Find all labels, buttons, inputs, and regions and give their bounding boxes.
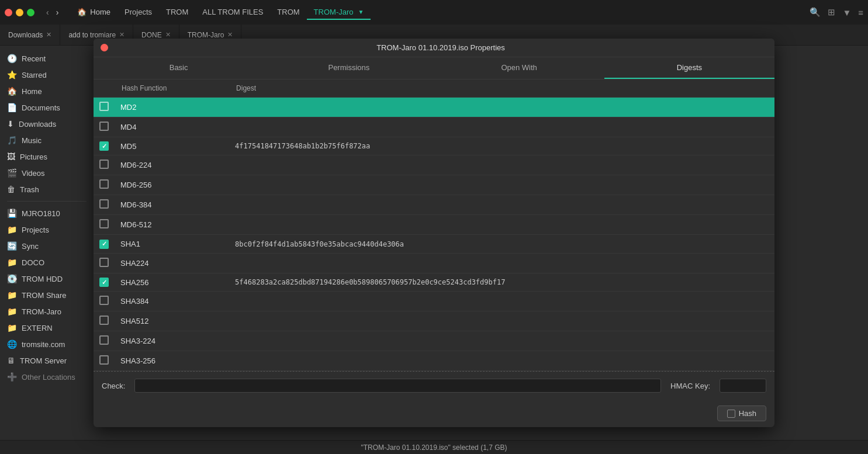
trash-icon: 🗑: [7, 185, 15, 194]
menu-icon[interactable]: ≡: [858, 8, 863, 18]
subtab-downloads-label: Downloads: [8, 31, 43, 39]
checkbox-cell-md2[interactable]: [94, 97, 115, 117]
hash-row-md6-384[interactable]: MD6-384: [94, 195, 774, 215]
dropdown-icon[interactable]: ▼: [358, 9, 364, 15]
hmac-input[interactable]: [720, 379, 766, 393]
dialog-close-button[interactable]: [101, 44, 108, 51]
hash-row-sha256[interactable]: SHA2565f468283a2ca825dbd87194286e0b58980…: [94, 273, 774, 292]
sidebar-item-doco[interactable]: 📁 DOCO: [0, 254, 94, 271]
hash-row-md2[interactable]: MD2: [94, 97, 774, 117]
back-button[interactable]: ‹: [44, 6, 51, 18]
dialog-tab-basic[interactable]: Basic: [94, 57, 264, 79]
checkbox-cell-sha1[interactable]: [94, 235, 115, 254]
checkbox-md2[interactable]: [99, 102, 109, 111]
sidebar: 🕐 Recent ⭐ Starred 🏠 Home 📄 Documents ⬇ …: [0, 46, 94, 440]
sidebar-item-mjro1810[interactable]: 💾 MJRO1810: [0, 205, 94, 221]
subtab-done-close[interactable]: ✕: [165, 31, 171, 39]
sidebar-item-videos[interactable]: 🎬 Videos: [0, 165, 94, 181]
checkbox-cell-sha512[interactable]: [94, 311, 115, 331]
sidebar-item-recent-label: Recent: [22, 54, 46, 63]
hash-row-md6-224[interactable]: MD6-224: [94, 155, 774, 175]
layout-icon[interactable]: ⊞: [828, 7, 835, 18]
dialog-tab-permissions[interactable]: Permissions: [264, 57, 434, 79]
hash-table: Hash Function Digest MD2MD4MD54f17541847…: [94, 79, 774, 372]
checkbox-sha3-224[interactable]: [99, 335, 109, 345]
sidebar-item-starred[interactable]: ⭐ Starred: [0, 67, 94, 83]
sidebar-item-other-locations[interactable]: ➕ Other Locations: [0, 369, 94, 385]
hash-row-md4[interactable]: MD4: [94, 117, 774, 137]
checkbox-cell-sha384[interactable]: [94, 292, 115, 311]
checkbox-cell-md5[interactable]: [94, 137, 115, 155]
checkbox-md4[interactable]: [99, 122, 109, 131]
sidebar-item-trom-hdd[interactable]: 💽 TROM HDD: [0, 271, 94, 287]
checkbox-cell-md6-256[interactable]: [94, 175, 115, 195]
hash-row-sha1[interactable]: SHA18bc0f2f84f4d1ab5843f0e35abcac9440d4e…: [94, 235, 774, 254]
checkbox-md6-512[interactable]: [99, 219, 109, 228]
hash-row-md6-512[interactable]: MD6-512: [94, 215, 774, 235]
hash-button[interactable]: Hash: [717, 406, 766, 421]
tab-all-trom-files[interactable]: ALL TROM FILES: [195, 5, 270, 20]
subtab-trom-jaro-close[interactable]: ✕: [227, 31, 233, 39]
hash-row-sha3-256[interactable]: SHA3-256: [94, 351, 774, 371]
checkbox-md6-224[interactable]: [99, 160, 109, 169]
checkbox-sha256[interactable]: [99, 278, 109, 287]
sidebar-item-trom-share[interactable]: 📁 TROM Share: [0, 287, 94, 303]
checkbox-cell-sha3-224[interactable]: [94, 331, 115, 351]
checkbox-cell-md6-512[interactable]: [94, 215, 115, 235]
sidebar-item-trom-server[interactable]: 🖥 TROM Server: [0, 352, 94, 369]
tab-trom-jaro[interactable]: TROM-Jaro ▼: [307, 5, 371, 20]
hash-row-md5[interactable]: MD54f17541847173648ab1b2b75f6f872aa: [94, 137, 774, 155]
sidebar-item-trom-jaro[interactable]: 📁 TROM-Jaro: [0, 303, 94, 320]
sidebar-item-recent[interactable]: 🕐 Recent: [0, 50, 94, 67]
checkbox-md6-384[interactable]: [99, 199, 109, 209]
tab-home[interactable]: 🏠 Home: [70, 5, 117, 20]
dialog-tab-digests[interactable]: Digests: [604, 57, 774, 79]
checkbox-sha1[interactable]: [99, 240, 109, 249]
sidebar-item-projects[interactable]: 📁 Projects: [0, 221, 94, 238]
checkbox-cell-md4[interactable]: [94, 117, 115, 137]
subtab-downloads-close[interactable]: ✕: [46, 31, 51, 39]
hash-digest-md4: [229, 117, 774, 137]
checkbox-md6-256[interactable]: [99, 179, 109, 189]
tab-trom[interactable]: TROM: [159, 5, 195, 20]
search-icon[interactable]: 🔍: [810, 7, 821, 18]
forward-button[interactable]: ›: [54, 6, 61, 18]
check-input[interactable]: [134, 379, 661, 393]
sidebar-item-home[interactable]: 🏠 Home: [0, 83, 94, 99]
sidebar-item-extern[interactable]: 📁 EXTERN: [0, 320, 94, 336]
dialog-tab-open-with[interactable]: Open With: [434, 57, 604, 79]
subtab-downloads[interactable]: Downloads ✕: [0, 25, 60, 45]
tab-projects-label: Projects: [125, 8, 152, 16]
minimize-window-button[interactable]: [16, 9, 23, 16]
hash-row-sha3-224[interactable]: SHA3-224: [94, 331, 774, 351]
tab-projects[interactable]: Projects: [117, 5, 159, 20]
checkbox-cell-sha3-256[interactable]: [94, 351, 115, 371]
hash-row-sha224[interactable]: SHA224: [94, 253, 774, 273]
checkbox-cell-sha256[interactable]: [94, 273, 115, 292]
checkbox-sha3-256[interactable]: [99, 355, 109, 365]
sidebar-item-music[interactable]: 🎵 Music: [0, 132, 94, 148]
checkbox-cell-md6-224[interactable]: [94, 155, 115, 175]
checkbox-sha384[interactable]: [99, 296, 109, 305]
checkbox-sha224[interactable]: [99, 258, 109, 267]
hash-row-sha512[interactable]: SHA512: [94, 311, 774, 331]
maximize-window-button[interactable]: [27, 9, 34, 16]
sidebar-item-pictures[interactable]: 🖼 Pictures: [0, 148, 94, 165]
checkbox-sha512[interactable]: [99, 316, 109, 325]
sidebar-item-trash[interactable]: 🗑 Trash: [0, 181, 94, 197]
checkbox-md5[interactable]: [99, 141, 109, 151]
sort-icon[interactable]: ▼: [842, 8, 851, 18]
sidebar-item-downloads[interactable]: ⬇ Downloads: [0, 116, 94, 132]
sidebar-item-documents[interactable]: 📄 Documents: [0, 99, 94, 116]
checkbox-cell-sha224[interactable]: [94, 253, 115, 273]
sidebar-item-sync[interactable]: 🔄 Sync: [0, 238, 94, 254]
hash-label-sha384: SHA384: [115, 292, 229, 311]
sidebar-item-tromsite[interactable]: 🌐 tromsite.com: [0, 336, 94, 352]
hash-row-md6-256[interactable]: MD6-256: [94, 175, 774, 195]
subtab-add-close[interactable]: ✕: [119, 31, 125, 39]
checkbox-cell-md6-384[interactable]: [94, 195, 115, 215]
hash-label-md6-384: MD6-384: [115, 195, 229, 215]
tab-trom2[interactable]: TROM: [270, 5, 306, 20]
hash-row-sha384[interactable]: SHA384: [94, 292, 774, 311]
close-window-button[interactable]: [5, 9, 12, 16]
